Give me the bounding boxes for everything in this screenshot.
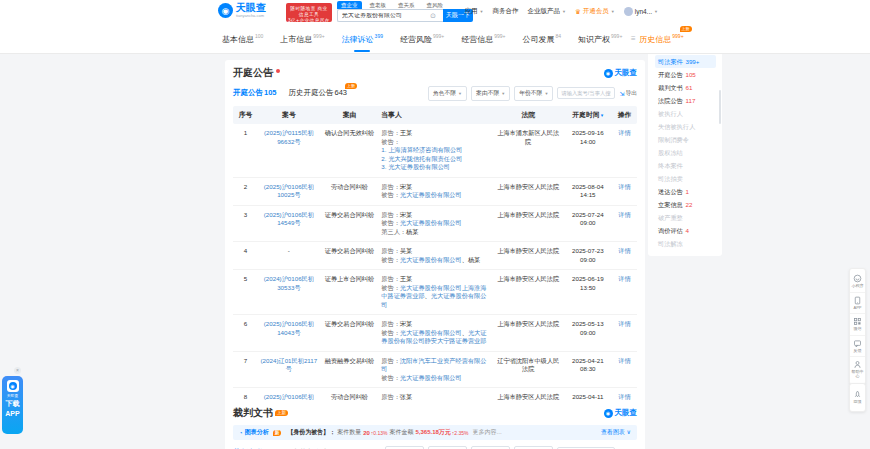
sidebar-item-开庭公告[interactable]: 开庭公告 105 <box>655 68 716 81</box>
toolbar-回顶[interactable]: 回顶 <box>850 387 865 408</box>
new-dot-badge <box>276 69 280 73</box>
sidebar-item-司法拍卖: 司法拍卖 <box>655 172 716 185</box>
tab-公司发展[interactable]: 公司发展84 <box>522 25 561 53</box>
party-company-link[interactable]: 2. 光大兴陇信托有限责任公司 <box>381 155 462 162</box>
toolbar-APP[interactable]: APP <box>850 293 865 315</box>
scan-icon[interactable]: ⊙ <box>430 12 436 20</box>
search-tab-查老板[interactable]: 查老板 <box>366 1 391 9</box>
filter-结果不限[interactable]: 结果不限▼ <box>471 446 510 449</box>
sidebar-scrollbar[interactable] <box>719 90 721 124</box>
nav-item-商务合作[interactable]: 商务合作 <box>492 7 518 16</box>
sidebar-item-count: 61 <box>684 84 693 91</box>
party-line: 被告：光大证券股份有限公司 <box>381 219 490 228</box>
column-header-开庭时间[interactable]: 开庭时间 ▾ <box>564 106 612 124</box>
subtab-历史开庭公告[interactable]: 历史开庭公告643上新 <box>289 88 348 98</box>
detail-link[interactable]: 详情 <box>618 211 630 218</box>
toolbar-帮助中心[interactable]: 帮助中心 <box>850 357 865 382</box>
tab-历史信息[interactable]: 历史信息999+上新 <box>639 25 683 53</box>
detail-link[interactable]: 详情 <box>618 357 630 364</box>
sidebar-item-count: 399+ <box>684 58 700 65</box>
party-company-link[interactable]: 光大证券股份有限公司 <box>400 219 462 226</box>
tab-上市信息[interactable]: 上市信息999+ <box>280 25 324 53</box>
filter-角色不限[interactable]: 角色不限▼ <box>428 86 467 101</box>
subtab-开庭公告[interactable]: 开庭公告105 <box>233 88 277 98</box>
sidebar-item-送达公告[interactable]: 送达公告 1 <box>655 185 716 198</box>
tab-基本信息[interactable]: 基本信息100 <box>222 25 263 53</box>
detail-link[interactable]: 详情 <box>618 275 630 282</box>
help-icon <box>853 360 862 369</box>
nav-item-应用[interactable]: ▦应用▼ <box>457 7 484 16</box>
party-line: 被告： <box>381 138 490 147</box>
promo-banner[interactable]: 随时随地查 商业信息工具 3亿+企业信息尽在掌握 <box>286 3 332 22</box>
party-company-link[interactable]: 光大证券股份有限公司 <box>400 256 462 263</box>
sidebar-item-询价评估[interactable]: 询价评估 4 <box>655 224 716 237</box>
search-tab-查风险[interactable]: 查风险 <box>423 1 448 9</box>
detail-link[interactable]: 详情 <box>618 183 630 190</box>
case-number-link[interactable]: (2025)沪0106民初14043号 <box>264 320 314 336</box>
toolbar-小程序[interactable]: 小程序 <box>850 271 865 293</box>
chart-analysis-link[interactable]: ◔ 图表分析 新 <box>239 428 281 437</box>
filter-案由不限[interactable]: 案由不限▼ <box>471 86 510 101</box>
tab-经营风险[interactable]: 经营风险999+ <box>400 25 444 53</box>
sidebar-item-司法案件[interactable]: 司法案件 399+ <box>655 55 716 68</box>
parties: 原告：王某被告：光大证券股份有限公司上海淮海中路证券营业部、光大证券股份有限公司 <box>379 270 492 314</box>
sidebar-item-法院公告[interactable]: 法院公告 117 <box>655 94 716 107</box>
detail-link[interactable]: 详情 <box>618 393 630 400</box>
sidebar-item-label: 询价评估 <box>658 227 683 234</box>
menu-icon[interactable]: ≡ <box>631 34 636 43</box>
app-download-card[interactable]: ◉ 天眼查 下载 APP <box>2 376 23 434</box>
detail-link[interactable]: 详情 <box>618 129 630 136</box>
parties: 原告：宋某被告：光大证券股份有限公司、光大证券股份有限公司静安大宁路证券营业部 <box>379 315 492 351</box>
feedback-icon <box>853 339 862 348</box>
tianyancha-watermark-text: 天眼查 <box>615 68 638 78</box>
case-number-link[interactable]: (2025)沪0106民初10025号 <box>264 183 314 199</box>
party-company-link[interactable]: 光大证券股份有限公司 <box>400 191 462 198</box>
tab-经营信息[interactable]: 经营信息999+ <box>461 25 505 53</box>
case-number-link[interactable]: (2024)辽01民初2117号 <box>261 357 318 373</box>
case-number-link[interactable]: (2025)沪0115民初96632号 <box>264 129 314 145</box>
detail-link[interactable]: 详情 <box>618 247 630 254</box>
case-number-link[interactable]: (2024)沪0106民初30533号 <box>264 275 314 291</box>
party-line: 原告：沈阳市汽车工业资产经营有限公司 <box>381 357 490 374</box>
party-company-link[interactable]: 光大证券股份有限公司 <box>400 374 462 381</box>
tab-知识产权[interactable]: 知识产权999+ <box>578 25 622 53</box>
filter-案由不限[interactable]: 案由不限▼ <box>428 446 467 449</box>
party-person: 、杨某 <box>462 256 481 263</box>
search-tab-查关系[interactable]: 查关系 <box>394 1 419 9</box>
tab-法律诉讼[interactable]: 法律诉讼399 <box>342 25 383 53</box>
party-company-link[interactable]: 3. 光大证券股份有限公司 <box>381 163 450 170</box>
back-to-top[interactable]: 回顶 <box>849 383 866 412</box>
column-header-案号: 案号 <box>258 106 320 124</box>
nav-item-lyn4...[interactable]: lyn4...▼ <box>624 7 658 16</box>
detail-link[interactable]: 详情 <box>618 320 630 327</box>
toolbar-微信[interactable]: 微信 <box>850 314 865 336</box>
party-company-link[interactable]: 光大证券股份有限公司 <box>400 329 462 336</box>
sidebar-item-count: 22 <box>684 201 693 208</box>
close-icon[interactable]: × <box>14 367 21 374</box>
view-chart-link[interactable]: 查看图表 ∨ <box>601 428 631 437</box>
tab-label: 基本信息 <box>222 35 254 44</box>
filter-身份不限[interactable]: 身份不限▼ <box>385 446 424 449</box>
toolbar-反馈[interactable]: 反馈 <box>850 336 865 358</box>
search-input[interactable] <box>338 13 430 19</box>
party-company-link[interactable]: 1. 上海清算经济咨询有限公司 <box>381 146 462 153</box>
column-header-序号: 序号 <box>233 106 258 124</box>
filter-更多筛选[interactable]: 更多筛选▼ <box>514 446 553 449</box>
page: ◉ 天眼查 tianyancha.com 随时随地查 商业信息工具 3亿+企业信… <box>0 0 870 449</box>
nav-item-开通会员[interactable]: ♛开通会员▼ <box>575 7 615 16</box>
filter-search-input[interactable] <box>557 87 615 99</box>
case-cause: 劳动合同纠纷 <box>320 178 380 205</box>
filter-年份不限[interactable]: 年份不限▼ <box>514 86 553 101</box>
promo-line2: 3亿+企业信息尽在掌握 <box>288 18 330 22</box>
sidebar-item-裁判文书[interactable]: 裁判文书 61 <box>655 81 716 94</box>
search-tab-查企业[interactable]: 查企业 <box>337 1 362 9</box>
subtab-count: 105 <box>264 88 277 97</box>
tianyancha-logo[interactable]: ◉ 天眼查 tianyancha.com <box>218 3 266 18</box>
sidebar-item-立案信息[interactable]: 立案信息 22 <box>655 198 716 211</box>
chevron-down-icon: ▼ <box>458 91 462 96</box>
export-button[interactable]: ⇲导出 <box>619 89 637 98</box>
mini-program-icon <box>853 274 862 283</box>
nav-item-企业版产品[interactable]: 企业版产品▼ <box>527 7 565 16</box>
sidebar-item-count: 117 <box>684 97 696 104</box>
case-number-link[interactable]: (2025)沪0106民初14549号 <box>264 211 314 227</box>
